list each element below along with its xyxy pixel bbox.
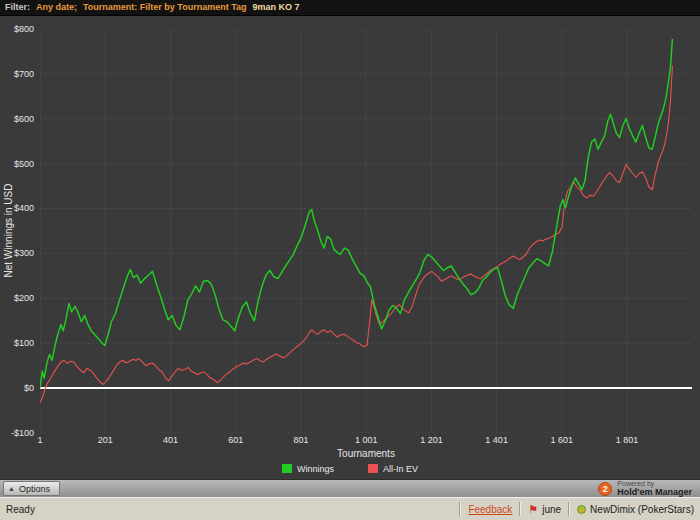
user-name: june [542, 504, 561, 515]
x-tick-label: 601 [216, 435, 256, 445]
plot-area [40, 29, 692, 433]
winnings-graph: Net Winnings in USD $800$700$600$500$400… [0, 16, 700, 479]
status-divider [568, 502, 570, 516]
filter-label: Filter: [5, 2, 30, 12]
account-name: NewDimix (PokerStars) [590, 504, 694, 515]
account-icon [577, 505, 586, 514]
expand-arrow-icon: ▲ [8, 485, 15, 492]
y-axis-tick-labels: $800$700$600$500$400$300$200$100$0-$100 [0, 29, 37, 433]
app-window: Filter: Any date; Tournament: Filter by … [0, 0, 700, 520]
y-tick-label: $500 [14, 159, 34, 169]
x-tick-label: 801 [281, 435, 321, 445]
x-axis-title: Tournaments [40, 448, 692, 459]
powered-by-block: 2 Powered by Hold'em Manager [598, 480, 697, 498]
x-axis-tick-labels: 12014016018011 0011 2011 4011 6011 801 [40, 435, 692, 446]
x-tick-label: 1 601 [542, 435, 582, 445]
legend-winnings-label: Winnings [297, 464, 334, 474]
filter-bar: Filter: Any date; Tournament: Filter by … [0, 0, 700, 16]
legend-item-winnings: Winnings [282, 464, 334, 474]
x-tick-label: 1 201 [411, 435, 451, 445]
status-ready-text: Ready [6, 504, 35, 515]
filter-tournament-value: Tournament: Filter by Tournament Tag [83, 2, 247, 12]
y-tick-label: $800 [14, 24, 34, 34]
filter-tag-value: 9man KO 7 [253, 2, 300, 12]
account-segment: NewDimix (PokerStars) [577, 504, 694, 515]
allin-ev-swatch-icon [368, 464, 378, 473]
status-divider [519, 502, 521, 516]
y-tick-label: $200 [14, 293, 34, 303]
x-tick-label: 1 401 [477, 435, 517, 445]
feedback-link[interactable]: Feedback [468, 504, 512, 515]
brand-name: Hold'em Manager [617, 488, 692, 498]
options-button[interactable]: ▲ Options [3, 481, 60, 496]
flag-icon: ⚑ [528, 504, 538, 515]
y-tick-label: $100 [14, 338, 34, 348]
y-tick-label: $400 [14, 203, 34, 213]
legend-item-allin-ev: All-In EV [368, 464, 418, 474]
status-bar: Ready Feedback ⚑ june NewDimix (PokerSta… [0, 497, 700, 520]
plot-svg [40, 29, 692, 433]
options-button-label: Options [19, 484, 50, 494]
y-tick-label: $700 [14, 69, 34, 79]
winnings-swatch-icon [282, 464, 292, 473]
x-tick-label: 201 [85, 435, 125, 445]
y-tick-label: $600 [14, 114, 34, 124]
filter-date-value: Any date; [36, 2, 77, 12]
status-divider [459, 502, 461, 516]
x-tick-label: 1 801 [607, 435, 647, 445]
x-tick-label: 1 [20, 435, 60, 445]
y-tick-label: $300 [14, 248, 34, 258]
user-segment: ⚑ june [528, 504, 561, 515]
legend-allin-ev-label: All-In EV [383, 464, 418, 474]
holdem-manager-logo-icon: 2 [598, 482, 612, 496]
chart-legend: Winnings All-In EV [0, 464, 700, 474]
y-tick-label: $0 [24, 383, 34, 393]
options-bar: ▲ Options 2 Powered by Hold'em Manager [0, 479, 700, 497]
x-tick-label: 1 001 [346, 435, 386, 445]
x-tick-label: 401 [150, 435, 190, 445]
